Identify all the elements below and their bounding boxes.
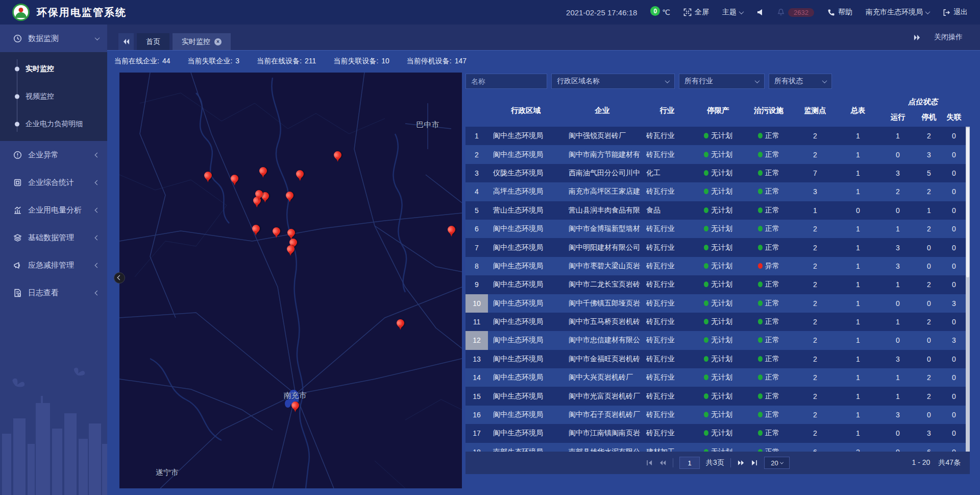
- logout-button[interactable]: 退出: [943, 8, 968, 17]
- sidebar-item-video-monitor[interactable]: 视频监控: [0, 83, 107, 110]
- cell-company[interactable]: 阆中市江南镇阆南页岩: [564, 424, 641, 442]
- name-search-input[interactable]: [465, 74, 547, 89]
- help-button[interactable]: 帮助: [827, 8, 852, 17]
- col-facility[interactable]: 治污设施: [743, 94, 794, 127]
- col-points[interactable]: 监测点: [794, 94, 836, 127]
- industry-select[interactable]: 所有行业: [679, 74, 765, 89]
- tabs-scroll-left-button[interactable]: [118, 33, 134, 50]
- map-pin-icon[interactable]: [291, 402, 300, 413]
- map-collapse-toggle[interactable]: [114, 272, 125, 284]
- fullscreen-button[interactable]: 全屏: [683, 8, 709, 17]
- col-limit[interactable]: 停限产: [693, 94, 743, 127]
- map-pin-icon[interactable]: [286, 192, 294, 203]
- col-lost[interactable]: 失联: [942, 107, 966, 127]
- cell-company[interactable]: 阆中市金博瑞新型墙材: [564, 220, 641, 238]
- table-row[interactable]: 9 阆中生态环境局 阆中市二龙长宝页岩砖 砖瓦行业 无计划 正常 2 1 1 2…: [465, 275, 966, 294]
- map-pin-icon[interactable]: [296, 170, 304, 181]
- cell-lost: 0: [942, 238, 966, 256]
- table-row[interactable]: 16 阆中生态环境局 阆中市石子页岩机砖厂 砖瓦行业 无计划 正常 2 1 3 …: [465, 406, 966, 424]
- table-row[interactable]: 11 阆中生态环境局 阆中市五马桥页岩机砖 砖瓦行业 无计划 正常 2 1 1 …: [465, 313, 966, 331]
- sidebar-item-company-statistics[interactable]: 企业综合统计: [0, 169, 107, 196]
- sidebar-item-power-load-detail[interactable]: 企业电力负荷明细: [0, 110, 107, 138]
- table-row[interactable]: 10 阆中生态环境局 阆中千佛镇五郎垭页岩 砖瓦行业 无计划 正常 2 1 0 …: [465, 294, 966, 313]
- double-chevron-right-icon[interactable]: [913, 34, 921, 41]
- map-pin-icon[interactable]: [397, 319, 405, 331]
- table-row[interactable]: 7 阆中生态环境局 阆中明阳建材有限公司 砖瓦行业 无计划 正常 2 1 3 0…: [465, 238, 966, 256]
- table-row[interactable]: 17 阆中生态环境局 阆中市江南镇阆南页岩 砖瓦行业 无计划 正常 2 1 0 …: [465, 424, 966, 442]
- table-row[interactable]: 1 阆中生态环境局 阆中强锐页岩砖厂 砖瓦行业 无计划 正常 2 1 1 2 0: [465, 127, 966, 145]
- table-scrollbar[interactable]: [966, 127, 970, 452]
- cell-company[interactable]: 阆中市五马桥页岩机砖: [564, 313, 641, 331]
- map-pin-icon[interactable]: [448, 226, 456, 237]
- sidebar-item-power-analysis[interactable]: 企业用电量分析: [0, 196, 107, 224]
- sidebar-item-log-view[interactable]: 日志查看: [0, 279, 107, 307]
- table-row[interactable]: 15 阆中生态环境局 阆中市光富页岩机砖厂 砖瓦行业 无计划 正常 2 1 1 …: [465, 387, 966, 405]
- cell-company[interactable]: 阆中市枣碧大梁山页岩: [564, 257, 641, 275]
- cell-company[interactable]: 阆中明阳建材有限公司: [564, 238, 641, 256]
- cell-company[interactable]: 阆中市光富页岩机砖厂: [564, 387, 641, 405]
- theme-menu[interactable]: 主题: [722, 8, 743, 17]
- org-menu[interactable]: 南充市生态环境局: [866, 8, 929, 17]
- cell-company[interactable]: 阆中市二龙长宝页岩砖: [564, 275, 641, 294]
- page-number-input[interactable]: [679, 457, 700, 469]
- next-page-button[interactable]: [737, 460, 745, 466]
- col-industry[interactable]: 行业: [641, 94, 693, 127]
- map-pin-icon[interactable]: [252, 225, 260, 236]
- table-row[interactable]: 5 营山生态环境局 营山县润丰肉食品有限 食品 无计划 正常 1 0 0 1 0: [465, 201, 966, 220]
- tab-close-icon[interactable]: [214, 38, 222, 45]
- cell-company[interactable]: 阆中市忠信建材有限公: [564, 331, 641, 349]
- map-pin-icon[interactable]: [259, 167, 267, 178]
- map-panel[interactable]: 巴中市南充市遂宁市: [119, 73, 462, 488]
- cell-company[interactable]: 阆中市金福旺页岩机砖: [564, 350, 641, 368]
- prev-page-button[interactable]: [659, 460, 667, 466]
- status-select[interactable]: 所有状态: [769, 74, 832, 89]
- cell-company[interactable]: 阆中大兴页岩机砖厂: [564, 368, 641, 387]
- map-pin-icon[interactable]: [273, 227, 281, 239]
- cell-company[interactable]: 营山县润丰肉食品有限: [564, 201, 641, 220]
- tab-home[interactable]: 首页: [137, 33, 169, 50]
- table-row[interactable]: 6 阆中生态环境局 阆中市金博瑞新型墙材 砖瓦行业 无计划 正常 2 1 1 2…: [465, 220, 966, 238]
- cell-lost: 0: [942, 406, 966, 424]
- table-row[interactable]: 8 阆中生态环境局 阆中市枣碧大梁山页岩 砖瓦行业 无计划 异常 2 1 3 0…: [465, 257, 966, 275]
- col-region[interactable]: 行政区域: [488, 94, 564, 127]
- notifications[interactable]: 2632: [777, 8, 814, 17]
- first-page-button[interactable]: [646, 460, 653, 466]
- cell-company[interactable]: 阆中市石子页岩机砖厂: [564, 406, 641, 424]
- map-pin-icon[interactable]: [255, 190, 263, 201]
- sidebar-item-realtime-monitor[interactable]: 实时监控: [0, 55, 107, 83]
- map-pin-icon[interactable]: [287, 245, 295, 256]
- map-pin-icon[interactable]: [231, 175, 239, 186]
- sidebar-item-data-monitor[interactable]: 数据监测: [0, 25, 107, 52]
- close-operations-button[interactable]: 关闭操作: [934, 33, 963, 42]
- scrollbar-thumb[interactable]: [966, 128, 969, 277]
- cell-company[interactable]: 南充市高坪区王家店建: [564, 182, 641, 201]
- sidebar-item-emergency-reduction[interactable]: 应急减排管理: [0, 251, 107, 279]
- page-size-select[interactable]: 20: [764, 457, 790, 469]
- sidebar-item-company-abnormal[interactable]: 企业异常: [0, 141, 107, 169]
- cell-company[interactable]: 西南油气田分公司川中: [564, 164, 641, 182]
- region-select[interactable]: 行政区域名称: [551, 74, 675, 89]
- table-row[interactable]: 12 阆中生态环境局 阆中市忠信建材有限公 砖瓦行业 无计划 正常 2 1 0 …: [465, 331, 966, 349]
- col-meters[interactable]: 总表: [836, 94, 880, 127]
- tab-realtime-monitor[interactable]: 实时监控: [173, 33, 231, 50]
- map-pin-icon[interactable]: [204, 172, 212, 183]
- table-row[interactable]: 4 高坪生态环境局 南充市高坪区王家店建 砖瓦行业 无计划 正常 3 1 2 2…: [465, 182, 966, 201]
- map-pin-icon[interactable]: [334, 151, 342, 162]
- cell-industry: 食品: [641, 201, 693, 220]
- table-row[interactable]: 18 南部生态环境局 南部县雄华水泥有限公 建材加工 无计划 正常 6 2 0 …: [465, 443, 966, 452]
- last-page-button[interactable]: [751, 460, 758, 466]
- col-stop[interactable]: 停机: [916, 107, 942, 127]
- cell-run: 3: [880, 238, 916, 256]
- cell-company[interactable]: 南部县雄华水泥有限公: [564, 443, 641, 452]
- cell-company[interactable]: 阆中千佛镇五郎垭页岩: [564, 294, 641, 313]
- table-row[interactable]: 14 阆中生态环境局 阆中大兴页岩机砖厂 砖瓦行业 无计划 正常 2 1 1 2…: [465, 368, 966, 387]
- col-company[interactable]: 企业: [564, 94, 641, 127]
- table-row[interactable]: 2 阆中生态环境局 阆中市南方节能建材有 砖瓦行业 无计划 正常 2 1 0 3…: [465, 145, 966, 163]
- cell-company[interactable]: 阆中市南方节能建材有: [564, 145, 641, 163]
- table-row[interactable]: 13 阆中生态环境局 阆中市金福旺页岩机砖 砖瓦行业 无计划 正常 2 1 3 …: [465, 350, 966, 368]
- table-row[interactable]: 3 仪陇生态环境局 西南油气田分公司川中 化工 无计划 正常 7 1 3 5 0: [465, 164, 966, 182]
- col-run[interactable]: 运行: [880, 107, 916, 127]
- cell-company[interactable]: 阆中强锐页岩砖厂: [564, 127, 641, 145]
- sound-toggle[interactable]: [756, 9, 764, 16]
- sidebar-item-base-data[interactable]: 基础数据管理: [0, 224, 107, 251]
